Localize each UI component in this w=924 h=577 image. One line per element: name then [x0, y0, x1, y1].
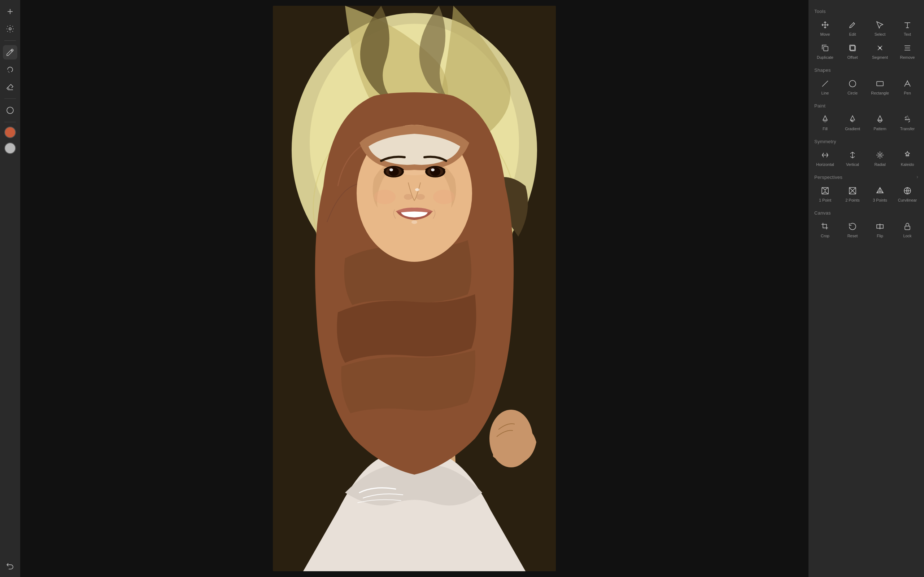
pen-shape[interactable]: Pen [894, 76, 921, 99]
svg-point-20 [415, 188, 419, 191]
undo-button[interactable] [3, 558, 17, 573]
paint-section-title: Paint [809, 100, 924, 110]
symmetry-grid: Horizontal Vertical Radial [809, 146, 924, 172]
pattern-icon [876, 115, 884, 125]
radial-symmetry[interactable]: Radial [866, 147, 894, 170]
svg-point-31 [879, 154, 881, 156]
primary-color-swatch[interactable] [4, 127, 16, 138]
perspectives-grid: 1 Point 2 Points 3 Points [809, 181, 924, 207]
segment-label: Segment [872, 55, 888, 60]
rectangle-label: Rectangle [871, 91, 889, 95]
shapes-grid: Line Circle Rectangle [809, 74, 924, 100]
2points-perspective[interactable]: 2 Points [839, 183, 866, 206]
eraser-tool-button[interactable] [3, 80, 17, 94]
new-button[interactable] [3, 4, 17, 19]
edit-tool[interactable]: Edit [839, 17, 866, 40]
circle-shape[interactable]: Circle [839, 76, 866, 99]
vertical-symmetry[interactable]: Vertical [839, 147, 866, 170]
line-icon [821, 79, 829, 89]
svg-point-21 [374, 190, 396, 204]
tools-grid: Move Edit Select [809, 16, 924, 64]
crop-tool[interactable]: Crop [811, 219, 839, 242]
transfer-tool[interactable]: Transfer [894, 111, 921, 134]
kaleido-symmetry[interactable]: Kaleido [894, 147, 921, 170]
offset-tool[interactable]: Offset [839, 40, 866, 63]
svg-point-13 [389, 168, 393, 171]
3points-label: 3 Points [873, 198, 887, 202]
text-icon [903, 21, 912, 31]
transfer-icon [903, 115, 912, 125]
segment-tool[interactable]: Segment [866, 40, 894, 63]
line-label: Line [822, 91, 829, 95]
toolbar-separator-3 [4, 122, 16, 122]
move-icon [821, 21, 829, 31]
top-system-buttons [3, 4, 17, 36]
2points-label: 2 Points [845, 198, 860, 202]
flip-icon [876, 222, 884, 232]
lock-canvas[interactable]: Lock [894, 219, 921, 242]
lasso-tool-button[interactable] [3, 62, 17, 77]
select-label: Select [874, 32, 886, 36]
curvilinear-perspective[interactable]: Curvilinear [894, 183, 921, 206]
duplicate-label: Duplicate [817, 55, 834, 60]
horizontal-symmetry[interactable]: Horizontal [811, 147, 839, 170]
circle-icon [848, 79, 857, 89]
segment-icon [876, 44, 884, 54]
svg-point-19 [416, 194, 425, 200]
lock-icon [903, 222, 912, 232]
canvas-area[interactable] [20, 0, 809, 577]
gradient-tool[interactable]: Gradient [839, 111, 866, 134]
line-shape[interactable]: Line [811, 76, 839, 99]
brush-tool-button[interactable] [3, 45, 17, 60]
horizontal-icon [821, 151, 829, 161]
fill-icon [821, 115, 829, 125]
secondary-color-swatch[interactable] [4, 142, 16, 154]
right-panel: Tools Move Edit [809, 0, 924, 577]
move-tool[interactable]: Move [811, 17, 839, 40]
rectangle-icon [876, 79, 884, 89]
svg-point-16 [430, 167, 440, 176]
left-toolbar [0, 0, 20, 577]
remove-tool[interactable]: Remove [894, 40, 921, 63]
settings-button[interactable] [3, 22, 17, 36]
remove-icon [903, 44, 912, 54]
remove-label: Remove [900, 55, 915, 60]
fill-tool[interactable]: Fill [811, 111, 839, 134]
svg-point-29 [849, 81, 856, 87]
perspectives-more-arrow[interactable]: › [916, 174, 921, 180]
circle-tool-button[interactable] [3, 103, 17, 118]
curvilinear-label: Curvilinear [898, 198, 917, 202]
rectangle-shape[interactable]: Rectangle [866, 76, 894, 99]
svg-point-23 [412, 220, 417, 224]
duplicate-icon [821, 44, 829, 54]
offset-icon [848, 44, 857, 54]
vertical-label: Vertical [846, 162, 859, 167]
reset-canvas[interactable]: Reset [839, 219, 866, 242]
flip-canvas[interactable]: Flip [866, 219, 894, 242]
3points-perspective[interactable]: 3 Points [866, 183, 894, 206]
text-tool[interactable]: Text [894, 17, 921, 40]
fill-label: Fill [822, 127, 828, 131]
pattern-tool[interactable]: Pattern [866, 111, 894, 134]
crop-icon [821, 222, 829, 232]
paint-grid: Fill Gradient [809, 110, 924, 136]
pen-label: Pen [904, 91, 911, 95]
shapes-section-title: Shapes [809, 64, 924, 74]
reset-label: Reset [848, 234, 858, 238]
circle-label: Circle [848, 91, 858, 95]
svg-point-1 [7, 107, 13, 114]
edit-icon [848, 21, 857, 31]
select-icon [876, 21, 884, 31]
horizontal-label: Horizontal [816, 162, 834, 167]
pattern-label: Pattern [874, 127, 886, 131]
duplicate-tool[interactable]: Duplicate [811, 40, 839, 63]
select-tool[interactable]: Select [866, 17, 894, 40]
svg-rect-37 [905, 226, 910, 230]
radial-label: Radial [874, 162, 885, 167]
1point-icon [821, 187, 829, 197]
toolbar-separator-1 [4, 40, 16, 41]
edit-label: Edit [849, 32, 856, 36]
tools-section-title: Tools [809, 6, 924, 16]
curvilinear-icon [903, 187, 912, 197]
1point-perspective[interactable]: 1 Point [811, 183, 839, 206]
